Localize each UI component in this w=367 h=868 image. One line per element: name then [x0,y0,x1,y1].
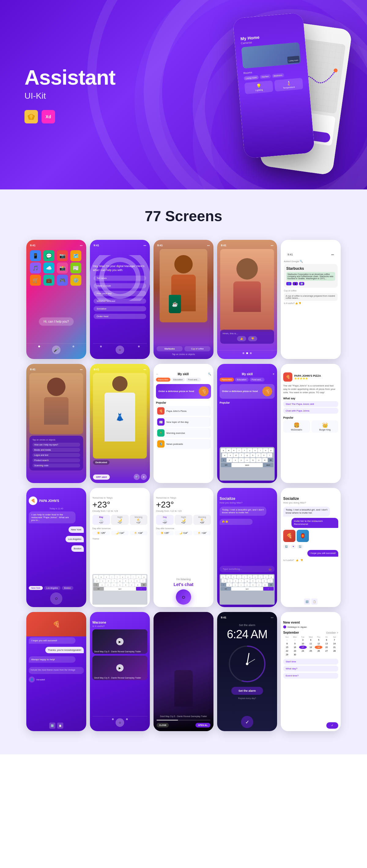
nav-dot [138,346,140,347]
screen-chat-purple2[interactable]: Socialize How you doing Max? Today, I me… [217,488,277,607]
nav-dot [112,718,114,720]
hero-phones: Tokyo, Japan Mount Fuji, Okayama 133 km … [177,6,349,183]
living-room: Living room [244,75,259,80]
screen-calendar[interactable]: New event Holidays in Japan September Oc… [281,612,341,731]
svg-line-11 [247,653,249,664]
bottom-nav [217,350,277,356]
ios-icons-grid: 📱 💬 📷 🗺️ 🎵 ☁️ 📸 📰 🛒 💼 🎮 ⚙️ [29,249,84,287]
nav-dot [126,718,128,720]
bottom-nav: ○ [92,716,147,729]
screen-ios-home[interactable]: 9:41▪▪▪ 📱 💬 📷 🗺️ 🎵 ☁️ 📸 📰 🛒 💼 🎮 ⚙️ [26,240,86,359]
screen-woman-outdoor[interactable]: 9:41▪▪▪ Tap on circles or objects How ca… [26,364,86,483]
screen-row-2: 9:41▪▪▪ Tap on circles or objects How ca… [12,364,355,483]
screen-search-starbucks[interactable]: 9:41 ▪▪▪ Asked Google 🔍 Starbucks Starbu… [281,240,341,359]
skill-tabs[interactable]: Favourites Education Food and... [156,378,211,381]
screen-weather[interactable]: Tomorrow in Tokyo +23° Cloudy from +12 t… [90,488,150,607]
skill-tabs-purple[interactable]: Favourites Education Food and... [220,378,275,381]
status-bar: 9:41 ▪▪▪ [284,249,338,258]
status-bar: 9:41▪▪▪ [90,364,150,373]
svg-point-13 [246,663,248,665]
bedroom: Bedroom [272,73,284,78]
screen-woman-fashion[interactable]: 9:41▪▪▪ 👗 Dedicated OFF skirt 🔍 ♥ [90,364,150,483]
hero-title: Assistant [25,66,115,89]
hero-subtitle: UI-Kit [25,91,115,101]
screen-my-skill-purple[interactable]: ← My skill ✕ Favourites Education Food a… [217,364,277,483]
nav-dot [73,346,74,347]
screen-papa-john-chat[interactable]: 🍕 PAPA JOHN'S Today is 11:40 I can help … [26,488,86,607]
screen-my-skill-white[interactable]: ← My skill 🔍 Favourites Education Food a… [153,364,214,483]
screen-row-3: 🍕 PAPA JOHN'S Today is 11:40 I can help … [12,488,355,607]
status-bar: 9:41▪▪▪ [26,240,86,249]
hero-section: Assistant UI-Kit Xd [0,0,367,189]
hero-text-block: Assistant UI-Kit Xd [25,66,115,124]
screen-woman-portrait[interactable]: 9:41▪▪▪ Hmm, this is... 👍 👎 [217,240,277,359]
kitchen: Kitchen [260,74,271,79]
socialize-btn[interactable]: Socialize [93,306,146,311]
phone-front: My Home Cameras Living room Rooms Living… [232,12,315,159]
nav-dot [38,346,40,347]
status-bar: 9:41▪▪▪ [26,364,86,373]
nav-dot [250,352,252,354]
screen-row-1: 9:41▪▪▪ 📱 💬 📷 🗺️ 🎵 ☁️ 📸 📰 🛒 💼 🎮 ⚙️ [12,240,355,359]
bottom-nav: ○ [93,343,147,356]
screen-video-fullscreen[interactable]: 9:41▪▪▪ Devil May Cry 5 - Dante Reveal G… [153,612,214,731]
nav-dot [100,346,102,347]
screen-video-suggest[interactable]: Warzone Is it useful? ▶ Devil May Cry 5 … [90,612,150,731]
screen-socialize-white[interactable]: Socialize How you doing Max? Today, I me… [281,488,341,607]
svg-point-6 [333,68,338,72]
xd-label: Xd [46,114,51,119]
nav-dot-active [246,352,248,354]
screen-papa-john-detail[interactable]: 🍕 PAPA JOHN'S PIZZA ⭐⭐⭐⭐⭐ The old "Papa … [281,364,341,483]
screen-alarm[interactable]: 9:41▪▪▪ Set the alarm 6:24 AM [217,612,277,731]
xd-icon: Xd [41,110,55,123]
hero-tool-icons: Xd [25,110,115,123]
status-bar: 9:41▪▪▪ [217,240,277,249]
status-bar: 9:41▪▪▪ [153,240,214,249]
sketch-icon [25,110,38,123]
svg-point-8 [102,260,138,297]
status-bar: 9:41▪▪▪ [217,612,277,621]
screens-title: 77 Screens [12,208,355,224]
screen-woman-starbucks[interactable]: 9:41▪▪▪ ☕ Starbucks [153,240,214,359]
screens-section: 77 Screens 9:41▪▪▪ 📱 💬 📷 🗺️ 🎵 ☁️ 📸 📰 🛒 💼 [0,189,367,754]
screen-voice-input[interactable]: Tomorrow in Tokyo +23° Cloudy from +12 t… [153,488,214,607]
screen-row-4: 🍕 I hope you will succeed! Thanks, you'r… [12,612,355,731]
status-bar: 9:41▪▪▪ [90,240,150,249]
lets-chat: Let's chat [156,582,211,587]
order-food-btn[interactable]: Order food [93,314,146,319]
listening-text: I'm listening [156,578,211,581]
nav-dot [243,352,244,354]
screen-assistant-intro[interactable]: 9:41▪▪▪ Hey, Max! I'm your digital Manag… [90,240,150,359]
screen-socialize-chat[interactable]: 🍕 I hope you will succeed! Thanks, you'r… [26,612,86,731]
